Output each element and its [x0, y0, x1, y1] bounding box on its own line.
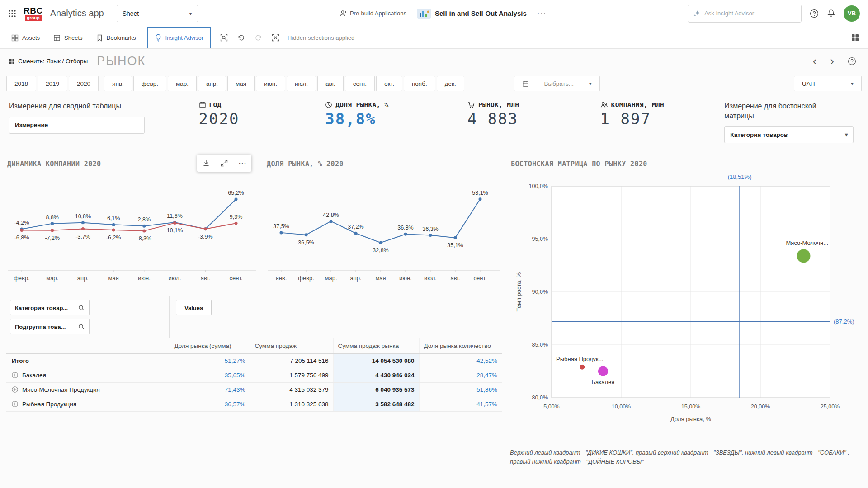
more-options-icon[interactable]: ⋯ [537, 8, 546, 19]
data-point[interactable] [51, 222, 54, 225]
data-point[interactable] [204, 227, 207, 230]
download-button[interactable] [199, 156, 213, 170]
table-cell[interactable]: 51,27% [170, 354, 250, 368]
data-point[interactable] [173, 221, 176, 225]
data-point[interactable] [280, 231, 283, 234]
row-dimension-header [6, 338, 170, 354]
date-select-button[interactable]: Выбрать... ▾ [514, 76, 600, 91]
row-label[interactable]: Бакалея [6, 368, 170, 383]
month-button[interactable]: сент. [345, 76, 375, 91]
insight-advisor-search[interactable] [688, 5, 802, 23]
data-point[interactable] [479, 197, 482, 201]
data-point[interactable] [112, 223, 115, 226]
app-launcher-icon[interactable] [8, 9, 16, 18]
row-label[interactable]: Мясо-Молочная Продукция [6, 383, 170, 397]
year-button[interactable]: 2018 [6, 76, 36, 91]
bubble-Мясо-Молочн...[interactable] [797, 249, 810, 263]
data-point[interactable] [429, 234, 432, 237]
currency-select[interactable]: UAH ▾ [794, 76, 862, 91]
notifications-bell-icon[interactable] [827, 9, 835, 18]
sheets-button[interactable]: Sheets [47, 27, 89, 48]
data-point[interactable] [404, 233, 407, 236]
table-cell[interactable]: 71,43% [170, 383, 250, 397]
month-button[interactable]: нояб. [404, 76, 435, 91]
expand-icon[interactable] [12, 401, 18, 407]
sheet-help-icon[interactable] [848, 57, 856, 66]
row-dimension-chip[interactable]: Категория товар... [10, 300, 90, 315]
table-cell[interactable]: 42,52% [419, 354, 502, 368]
assets-button[interactable]: Assets [5, 27, 47, 48]
month-button[interactable]: июн. [256, 76, 285, 91]
data-point[interactable] [81, 221, 85, 224]
table-cell[interactable]: 3 582 648 482 [333, 397, 419, 412]
prebuild-applications-link[interactable]: Pre-build Applications [340, 10, 406, 17]
row-label[interactable]: Итого [6, 354, 170, 368]
data-point[interactable] [112, 228, 115, 231]
table-cell[interactable]: 36,57% [170, 397, 250, 412]
expand-icon[interactable] [12, 372, 18, 378]
table-cell[interactable]: 4 315 032 379 [250, 383, 333, 397]
month-button[interactable]: авг. [317, 76, 344, 91]
month-button[interactable]: окт. [376, 76, 402, 91]
table-cell[interactable]: 41,57% [419, 397, 502, 412]
expand-icon[interactable] [12, 386, 18, 393]
data-point[interactable] [20, 229, 24, 232]
pivot-dimension-listbox[interactable]: Измерение [9, 117, 145, 134]
market-share-line-chart[interactable]: янв.февр.мар.апр.маяиюн.июл.авг.сент.37,… [266, 168, 502, 291]
company-dynamics-line-chart[interactable]: февр.мар.апр.маяиюн.июл.авг.сент.-4,2%8,… [6, 168, 258, 291]
bubble-Рыбная Продук...[interactable] [580, 365, 585, 370]
data-point[interactable] [142, 225, 146, 228]
row-label[interactable]: Рыбная Продукция [6, 397, 170, 412]
table-cell[interactable]: 4 430 946 024 [333, 368, 419, 383]
sheet-grid-view-icon[interactable] [851, 27, 863, 48]
row-dimension-chip[interactable]: Подгруппа това... [10, 319, 90, 334]
step-back-icon[interactable] [232, 27, 250, 48]
table-cell[interactable]: 35,65% [170, 368, 250, 383]
month-button[interactable]: апр. [198, 76, 226, 91]
data-point[interactable] [235, 222, 238, 225]
month-button[interactable]: февр. [133, 76, 166, 91]
sheet-selector-dropdown[interactable]: Sheet ▾ [117, 5, 198, 22]
year-button[interactable]: 2019 [38, 76, 67, 91]
sheet-options-grid-icon[interactable] [9, 58, 15, 64]
search-input[interactable] [704, 10, 796, 17]
month-button[interactable]: янв. [104, 76, 132, 91]
chart-more-options-icon[interactable]: ⋯ [235, 156, 250, 170]
year-button[interactable]: 2020 [69, 76, 99, 91]
next-sheet-button[interactable]: › [830, 55, 834, 67]
insight-advisor-button[interactable]: Insight Advisor [147, 27, 211, 48]
data-point[interactable] [81, 227, 85, 230]
language-selections-switch[interactable]: Сменить: Язык / Отборы [18, 58, 88, 65]
table-cell[interactable]: 14 054 530 080 [333, 354, 419, 368]
bookmarks-button[interactable]: Bookmarks [90, 27, 143, 48]
values-chip[interactable]: Values [176, 300, 212, 315]
table-cell[interactable]: 1 310 325 638 [250, 397, 333, 412]
selections-search-icon[interactable] [215, 27, 232, 48]
table-cell[interactable]: 6 040 935 573 [333, 383, 419, 397]
table-cell[interactable]: 51,86% [419, 383, 502, 397]
data-point[interactable] [142, 229, 146, 232]
help-icon[interactable] [810, 9, 819, 18]
table-cell[interactable]: 28,47% [419, 368, 502, 383]
expand-button[interactable] [217, 156, 231, 170]
data-point[interactable] [51, 229, 54, 232]
table-cell[interactable]: 7 205 114 516 [250, 354, 333, 368]
boston-matrix-scatter[interactable]: 5,00%10,00%15,00%20,00%25,00%80,0%85,0%9… [510, 168, 862, 445]
bubble-Бакалея[interactable] [598, 366, 608, 376]
data-point[interactable] [354, 232, 358, 235]
user-avatar[interactable]: VB [844, 5, 860, 22]
data-point[interactable] [454, 236, 457, 239]
previous-sheet-button[interactable]: ‹ [813, 55, 817, 67]
table-cell[interactable]: 1 579 756 499 [250, 368, 333, 383]
boston-dimension-select[interactable]: Категория товаров ▾ [724, 126, 854, 143]
clear-selections-icon[interactable] [267, 27, 284, 48]
month-button[interactable]: дек. [437, 76, 464, 91]
month-button[interactable]: мая [227, 76, 255, 91]
data-point[interactable] [379, 241, 382, 244]
month-button[interactable]: мар. [168, 76, 197, 91]
month-button[interactable]: июл. [287, 76, 316, 91]
data-point[interactable] [235, 198, 238, 201]
data-label: 42,8% [323, 212, 339, 218]
data-point[interactable] [330, 220, 333, 223]
data-point[interactable] [305, 233, 308, 236]
